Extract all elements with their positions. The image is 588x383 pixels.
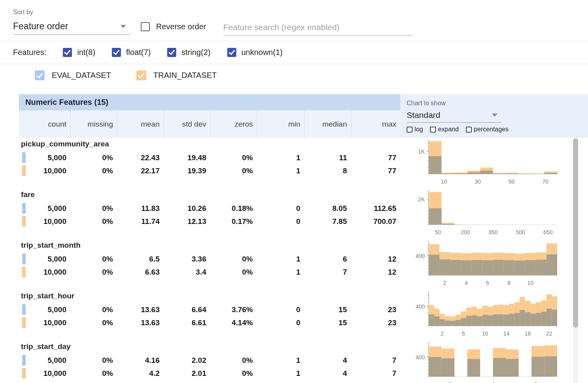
stat-mean: 22.17 xyxy=(117,164,164,177)
checkbox-icon[interactable] xyxy=(227,48,236,57)
svg-text:10: 10 xyxy=(482,330,488,337)
feature-filter-unknown-1[interactable]: unknown(1) xyxy=(227,48,283,57)
column-header-row: countmissingmeanstd devzerosminmedianmax xyxy=(19,110,400,138)
checkbox-icon[interactable] xyxy=(63,48,72,57)
stat-std_dev: 3.4 xyxy=(164,265,210,279)
train-stats-row: 10,0000%6.633.40%1712 xyxy=(19,265,400,279)
svg-text:2K: 2K xyxy=(418,196,425,203)
histogram-fare: 2K50200350500650 xyxy=(400,188,588,239)
chart-type-select[interactable]: Standard xyxy=(407,108,501,123)
dataset-toggle-eval-dataset[interactable]: EVAL_DATASET xyxy=(35,70,111,80)
stat-median: 4 xyxy=(304,367,351,380)
feature-filter-float-7[interactable]: float(7) xyxy=(112,48,151,57)
stat-min: 1 xyxy=(257,252,304,265)
stat-min: 0 xyxy=(257,215,304,228)
checkbox-icon[interactable] xyxy=(407,127,413,133)
feature-search-input[interactable] xyxy=(223,19,413,36)
chart-option-percentages[interactable]: percentages xyxy=(466,126,509,133)
stat-max: 7 xyxy=(351,354,400,367)
train-stats-row: 10,0000%11.7412.130.17%07.85700.07 xyxy=(19,215,400,228)
svg-text:650: 650 xyxy=(543,229,553,235)
histograms: 1K103050702K5020035050065040024681040026… xyxy=(400,138,588,383)
stat-median: 7 xyxy=(304,265,351,279)
stat-median: 11 xyxy=(304,151,351,164)
checkbox-icon[interactable] xyxy=(112,48,121,57)
stat-median: 8 xyxy=(304,164,351,177)
svg-text:50: 50 xyxy=(509,178,515,185)
feature-filter-label: unknown(1) xyxy=(241,48,283,57)
stat-count: 5,000 xyxy=(19,252,70,265)
stat-min: 1 xyxy=(257,265,304,279)
svg-text:6: 6 xyxy=(486,280,489,286)
eval-stats-row: 5,0000%13.636.643.76%01523 xyxy=(19,303,400,316)
stat-median: 6 xyxy=(304,252,351,265)
chart-option-expand[interactable]: expand xyxy=(430,126,459,133)
stat-zeros: 0.18% xyxy=(210,202,257,215)
feature-filter-int-8[interactable]: int(8) xyxy=(63,48,95,57)
sort-by-label: Sort by xyxy=(13,9,33,16)
stat-mean: 11.74 xyxy=(117,215,164,228)
stat-missing: 0% xyxy=(70,316,117,329)
stat-zeros: 0% xyxy=(210,367,257,380)
checkbox-icon[interactable] xyxy=(430,127,436,133)
checkbox-icon[interactable] xyxy=(35,70,45,80)
stat-std_dev: 3.36 xyxy=(164,252,210,265)
stat-max: 23 xyxy=(351,316,400,329)
stat-count: 5,000 xyxy=(19,303,70,316)
eval-stats-row: 5,0000%6.53.360%1612 xyxy=(19,252,400,265)
chart-to-show-label: Chart to show xyxy=(407,100,588,107)
checkbox-icon[interactable] xyxy=(466,127,472,133)
svg-text:400: 400 xyxy=(416,303,425,310)
column-header-median: median xyxy=(304,110,351,138)
stat-missing: 0% xyxy=(70,252,117,265)
checkbox-icon[interactable] xyxy=(167,48,176,57)
train-dataset-swatch xyxy=(22,267,26,277)
svg-text:350: 350 xyxy=(488,229,498,235)
stat-min: 0 xyxy=(257,303,304,316)
train-dataset-swatch xyxy=(22,368,26,379)
chart-option-checkboxes: logexpandpercentages xyxy=(407,126,588,133)
stat-zeros: 0% xyxy=(210,265,257,279)
stat-missing: 0% xyxy=(70,215,117,228)
stat-missing: 0% xyxy=(70,164,117,177)
svg-text:6: 6 xyxy=(534,381,537,383)
stat-mean: 13.63 xyxy=(117,316,164,329)
svg-text:2: 2 xyxy=(441,330,444,337)
feature-name: trip_start_hour xyxy=(19,292,400,303)
stat-zeros: 4.14% xyxy=(210,316,257,329)
chart-option-label: log xyxy=(415,126,423,133)
chevron-down-icon xyxy=(492,114,498,117)
column-header-missing: missing xyxy=(70,110,117,138)
dataset-legend: EVAL_DATASETTRAIN_DATASET xyxy=(0,64,588,86)
stat-missing: 0% xyxy=(70,265,117,279)
stat-std_dev: 12.13 xyxy=(164,215,210,228)
feature-filter-label: float(7) xyxy=(126,48,151,57)
checkbox-icon[interactable] xyxy=(136,70,146,80)
reverse-order-toggle[interactable]: Reverse order xyxy=(141,22,206,31)
chart-option-label: expand xyxy=(438,126,459,133)
stat-count: 10,000 xyxy=(19,367,70,380)
scrollbar-thumb[interactable] xyxy=(573,138,578,328)
stat-min: 1 xyxy=(257,151,304,164)
svg-text:70: 70 xyxy=(542,178,548,185)
toolbar: Sort by Feature order Reverse order xyxy=(0,0,588,41)
stat-count: 5,000 xyxy=(19,151,70,164)
sort-by-select[interactable]: Feature order xyxy=(13,18,130,35)
feature-filter-string-2[interactable]: string(2) xyxy=(167,48,210,57)
stat-max: 12 xyxy=(351,252,400,265)
chevron-down-icon xyxy=(121,25,126,28)
dataset-toggle-train-dataset[interactable]: TRAIN_DATASET xyxy=(136,70,217,80)
sort-by-select-value: Feature order xyxy=(13,21,68,32)
feature-name: trip_start_day xyxy=(19,342,400,354)
stat-count: 10,000 xyxy=(19,215,70,228)
stat-zeros: 0% xyxy=(210,151,257,164)
stat-count: 10,000 xyxy=(19,265,70,279)
eval-stats-row: 5,0000%4.162.020%147 xyxy=(19,354,400,367)
chart-option-log[interactable]: log xyxy=(407,126,423,133)
eval-dataset-swatch xyxy=(22,203,26,214)
stat-median: 4 xyxy=(304,354,351,367)
stat-min: 1 xyxy=(257,354,304,367)
svg-text:4: 4 xyxy=(492,381,495,383)
eval-stats-row: 5,0000%11.8310.260.18%08.05112.65 xyxy=(19,202,400,215)
reverse-order-checkbox[interactable] xyxy=(141,22,150,31)
